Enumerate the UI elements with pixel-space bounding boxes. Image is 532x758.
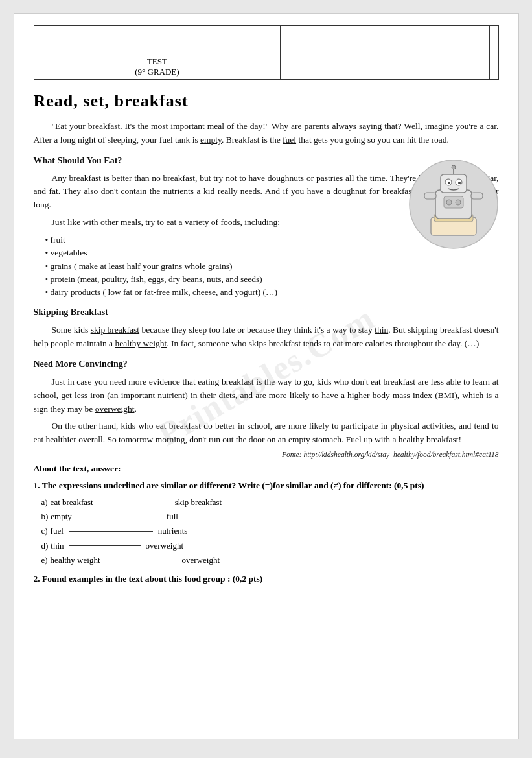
svg-point-12	[446, 200, 452, 205]
answer-line-e[interactable]	[106, 560, 177, 560]
q1-item-d: d) thin overweight	[41, 539, 499, 553]
svg-point-10	[452, 165, 456, 169]
q1-item-e: e) healthy weight overweight	[41, 553, 499, 567]
test-label: TEST	[147, 56, 167, 66]
q2-text: 2. Found examples in the text about this…	[34, 574, 263, 584]
section3-heading: Need More Convincing?	[34, 357, 499, 372]
q1-text: 1. The expressions underlined are simila…	[34, 480, 424, 490]
svg-rect-15	[471, 193, 483, 199]
section3-p1: Just in case you need more evidence that…	[34, 375, 499, 416]
intro-paragraph: "Eat your breakfast. It's the most impor…	[34, 120, 499, 147]
bullet-grains: grains ( make at least half your grains …	[45, 260, 499, 273]
svg-point-7	[448, 182, 450, 184]
questions-section: About the text, answer: 1. The expressio…	[34, 464, 499, 586]
question-1: 1. The expressions underlined are simila…	[34, 479, 499, 567]
q1-answer-list: a) eat breakfast skip breakfast b) empty…	[41, 495, 499, 567]
svg-point-13	[456, 200, 461, 205]
header-table: TEST (9° GRADE)	[34, 25, 499, 80]
page: Printables.Com TEST (9° GRADE) Read, set…	[14, 13, 519, 739]
q1-item-c: c) fuel nutrients	[41, 524, 499, 538]
answer-line-a[interactable]	[98, 503, 170, 503]
question-2: 2. Found examples in the text about this…	[34, 573, 499, 586]
bullet-protein: protein (meat, poultry, fish, eggs, dry …	[45, 273, 499, 286]
source-line: Fonte: http://kidshealth.org/kid/stay_he…	[34, 451, 499, 458]
svg-point-8	[458, 182, 461, 184]
bullet-dairy: dairy products ( low fat or fat-free mil…	[45, 286, 499, 299]
q1-item-b: b) empty full	[41, 510, 499, 524]
about-text-label: About the text, answer:	[34, 464, 499, 474]
svg-rect-14	[424, 193, 436, 199]
answer-line-d[interactable]	[69, 545, 141, 546]
article-content: "Eat your breakfast. It's the most impor…	[34, 120, 499, 458]
section2-heading: Skipping Breakfast	[34, 305, 499, 320]
answer-line-b[interactable]	[77, 517, 161, 517]
main-title: Read, set, breakfast	[34, 91, 499, 111]
robot-illustration	[408, 159, 499, 250]
grade-label: (9° GRADE)	[135, 67, 179, 77]
answer-line-c[interactable]	[69, 531, 153, 532]
q1-item-a: a) eat breakfast skip breakfast	[41, 495, 499, 510]
section3-p2: On the other hand, kids who eat breakfas…	[34, 420, 499, 447]
section2-p1: Some kids skip breakfast because they sl…	[34, 324, 499, 351]
